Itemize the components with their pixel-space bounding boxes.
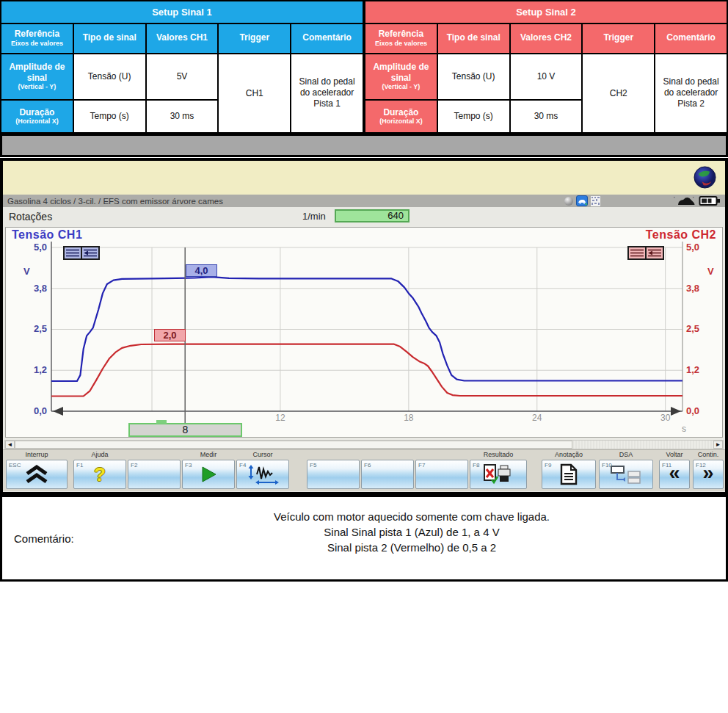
- toolbar-button-label: Resultado: [470, 451, 527, 460]
- ch1-channel-controls: [63, 246, 100, 260]
- setup1-tensao-cell: Tensão (U): [73, 54, 146, 100]
- f2-button[interactable]: F2: [128, 460, 181, 489]
- setup1-col-trigger: Trigger: [218, 23, 291, 54]
- x-axis-unit: s: [682, 424, 686, 434]
- toolbar-button-label: Interrup: [6, 451, 68, 460]
- scope-chart-panel: Tensão CH1 Tensão CH2 5,0 3,8 2,5 1,2 0,…: [5, 227, 723, 438]
- y-tick-label: 5,0: [686, 242, 714, 253]
- f8-button[interactable]: F8: [470, 460, 527, 489]
- scroll-left-button[interactable]: ◄: [5, 441, 15, 449]
- ch1-offset-button[interactable]: [81, 246, 100, 260]
- cursor-nub: [156, 420, 167, 424]
- ch1-title: Tensão CH1: [12, 228, 82, 242]
- comment-line: Veículo com motor aquecido somente com c…: [98, 509, 726, 524]
- setup2-trigger-cell: CH2: [582, 54, 655, 133]
- setup2-amplitude-cell: Amplitude de sinal(Vertical - Y): [365, 54, 437, 100]
- f9-button[interactable]: F9: [542, 460, 596, 489]
- y-tick-label: 2,5: [19, 323, 47, 334]
- scroll-right-button[interactable]: ►: [713, 441, 723, 449]
- f4-button[interactable]: F4: [236, 460, 289, 489]
- ch1-levels-button[interactable]: [63, 246, 82, 260]
- diagnostic-app-window: Gasolina 4 ciclos / 3-cil. / EFS com emi…: [0, 158, 728, 497]
- f6-button[interactable]: F6: [361, 460, 414, 489]
- f5-button[interactable]: F5: [307, 460, 360, 489]
- battery-icon: [699, 195, 721, 206]
- toolbar-item-f8: ResultadoF8: [470, 451, 527, 489]
- ch2-channel-controls: [627, 246, 664, 260]
- function-key-label: F1: [76, 462, 83, 468]
- setup2-col-valores: Valores CH2: [510, 23, 583, 54]
- setup1-valor2-cell: 30 ms: [146, 100, 219, 133]
- toolbar-button-label: Medir: [182, 451, 235, 460]
- f11-button[interactable]: F11«: [659, 460, 690, 489]
- chevrons-up-icon: [23, 465, 50, 484]
- function-key-label: F11: [662, 462, 671, 468]
- setup1-col-referencia: ReferênciaEixos de valores: [1, 23, 73, 54]
- y-tick-label: 1,2: [19, 364, 47, 375]
- setup1-tempo-cell: Tempo (s): [73, 100, 146, 133]
- ch1-cursor-value: 4,0: [186, 264, 217, 277]
- function-key-label: ESC: [9, 462, 21, 468]
- toolbar-button-label: [415, 451, 468, 460]
- left-axis-marker-icon[interactable]: [53, 407, 63, 416]
- horizontal-scrollbar[interactable]: ◄ ►: [4, 440, 724, 449]
- x-tick-label: 30: [656, 413, 675, 423]
- vehicle-comm-icon: [576, 195, 588, 206]
- vehicle-info-bar: Gasolina 4 ciclos / 3-cil. / EFS com emi…: [3, 195, 725, 207]
- f7-button[interactable]: F7: [415, 460, 468, 489]
- function-key-label: F9: [545, 462, 551, 468]
- setup2-col-trigger: Trigger: [582, 23, 655, 54]
- toolbar-item-f12: Contin.F12»: [693, 451, 724, 489]
- ch2-offset-button[interactable]: [645, 246, 664, 260]
- comment-label: Comentário:: [14, 532, 74, 545]
- toolbar-button-label: Anotação: [542, 451, 596, 460]
- app-header: [3, 161, 725, 195]
- esitronic-globe-icon: [694, 166, 716, 189]
- f10-button[interactable]: F10: [599, 460, 653, 489]
- setup2-col-comentario: Comentário: [655, 23, 727, 54]
- setup2-tensao-cell: Tensão (U): [437, 54, 510, 100]
- f1-button[interactable]: F1?: [73, 460, 126, 489]
- setup1-col-valores: Valores CH1: [146, 23, 219, 54]
- play-icon: [200, 466, 217, 483]
- y-tick-label: 3,8: [19, 283, 47, 294]
- x-tick-label: 18: [399, 413, 418, 423]
- toolbar-item-f5: F5: [307, 451, 360, 489]
- toolbar-button-label: [307, 451, 360, 460]
- time-cursor-readout[interactable]: 8: [128, 423, 242, 437]
- y-tick-label: 0,0: [686, 405, 714, 416]
- status-icon-tray: '': [564, 195, 721, 206]
- function-key-label: F4: [239, 462, 246, 468]
- y-tick-label: 1,2: [686, 364, 714, 375]
- setup-sinal-2-table: Setup Sinal 2 ReferênciaEixos de valores…: [364, 0, 728, 134]
- vehicle-description: Gasolina 4 ciclos / 3-cil. / EFS com emi…: [3, 197, 223, 206]
- setup-tables-band: Setup Sinal 1 ReferênciaEixos de valores…: [0, 0, 728, 134]
- setup-sinal-1-table: Setup Sinal 1 ReferênciaEixos de valores…: [0, 0, 364, 134]
- scrollbar-track[interactable]: [572, 441, 713, 449]
- ch2-levels-button[interactable]: [627, 246, 647, 260]
- toolbar-button-label: Cursor: [236, 451, 289, 460]
- toolbar-item-f1: AjudaF1?: [73, 451, 126, 489]
- f12-button[interactable]: F12»: [693, 460, 724, 489]
- toolbar-item-f11: VoltarF11«: [659, 451, 690, 489]
- svg-text:': ': [693, 196, 694, 202]
- toolbar-button-label: [128, 451, 181, 460]
- x-tick-label: 24: [528, 413, 547, 423]
- function-key-label: F10: [602, 462, 612, 468]
- function-key-label: F7: [418, 462, 425, 468]
- ch2-cursor-value: 2,0: [154, 329, 186, 341]
- function-key-label: F12: [696, 462, 706, 468]
- sphere-icon: [564, 197, 573, 206]
- function-key-label: F2: [131, 462, 137, 468]
- toolbar-item-f4: CursorF4: [236, 451, 289, 489]
- comment-line: Sinal Sinal pista 1 (Azul) de 1, a 4 V: [98, 524, 726, 540]
- scrollbar-thumb[interactable]: [15, 441, 572, 449]
- toolbar-item-f9: AnotaçãoF9: [542, 451, 596, 489]
- ch2-title: Tensão CH2: [646, 228, 716, 242]
- f3-button[interactable]: F3: [182, 460, 235, 489]
- toolbar-item-f6: F6: [361, 451, 414, 489]
- esc-button[interactable]: ESC: [6, 460, 68, 489]
- setup2-duracao-cell: Duração(Horizontal X): [365, 100, 437, 133]
- collapsed-title-band: [0, 134, 728, 157]
- y-tick-label: 0,0: [19, 405, 47, 416]
